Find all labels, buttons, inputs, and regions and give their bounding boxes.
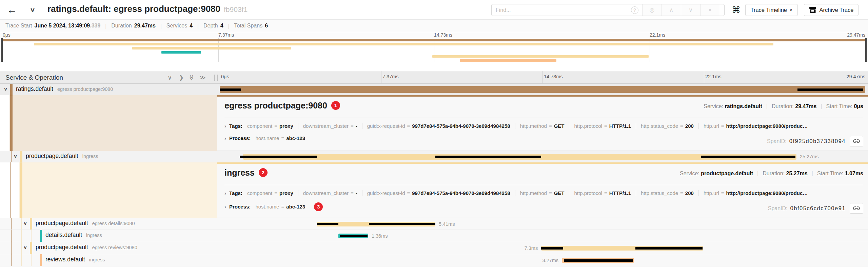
span-name-cell[interactable]: ∨productpage.defaultingress xyxy=(0,151,217,162)
tags-row[interactable]: ›Tags:component=proxydownstream_cluster=… xyxy=(224,123,812,129)
chevron-down-icon: ∨ xyxy=(789,8,793,12)
span-name-cell[interactable]: ∨productpage.defaultegress reviews:9080 xyxy=(0,242,217,254)
operation-name: egress details:9080 xyxy=(92,221,135,226)
expander-icon[interactable]: › xyxy=(224,204,226,210)
critical-path-segment xyxy=(797,88,863,91)
span-timeline-cell[interactable]: 25.27ms xyxy=(217,151,868,162)
indent-guide xyxy=(11,218,12,230)
operation-name: ingress xyxy=(82,154,98,159)
span-row-reviews.default-ingress[interactable]: reviews.defaultingress3.27ms xyxy=(0,254,868,266)
expand-all-icon[interactable]: ≫ xyxy=(199,74,206,81)
span-timeline-cell[interactable]: 1.36ms xyxy=(217,230,868,242)
tag-http.method: http.method=GET xyxy=(515,123,569,129)
indent-guide xyxy=(11,151,12,162)
trace-start-fraction: .339 xyxy=(90,23,100,29)
span-detail-title[interactable]: egress productpage:90801 xyxy=(224,101,340,111)
trace-start-label: Trace Start xyxy=(5,23,32,29)
minimap-canvas[interactable] xyxy=(0,38,868,62)
expander-icon[interactable]: › xyxy=(224,190,226,196)
timeline-tick: 7.37ms xyxy=(382,74,399,79)
find-help-icon[interactable]: ? xyxy=(627,4,642,16)
trace-summary-bar: Trace Start June 5 2024, 13:49:09 .339 |… xyxy=(0,20,868,32)
span-row-productpage.default-egress-reviews-9080[interactable]: ∨productpage.defaultegress reviews:90807… xyxy=(0,242,868,254)
span-bar[interactable] xyxy=(220,86,865,93)
trace-timeline-label: Trace Timeline xyxy=(750,7,787,13)
row-chevron-down-icon[interactable]: ∨ xyxy=(4,87,7,92)
tag-guid:x-request-id: guid:x-request-id=997d7e84-575a-94b4-907… xyxy=(362,190,515,196)
span-timeline-cell[interactable]: 3.27ms xyxy=(217,254,868,266)
divider: | xyxy=(197,23,199,29)
clear-search-icon[interactable]: × xyxy=(700,4,719,16)
process-row[interactable]: ›Process:host.name=abc-123 xyxy=(224,135,310,141)
services-label: Services xyxy=(166,23,187,29)
back-arrow-icon[interactable]: ← xyxy=(7,4,17,16)
span-row-ratings.default-egress-productpage-9080[interactable]: ∨ratings.defaultegress productpage:9080 xyxy=(0,84,868,95)
minimap-scrubber-right[interactable] xyxy=(865,38,867,62)
tag-http.protocol: http.protocol=HTTP/1.1 xyxy=(569,123,636,129)
deep-link-icon[interactable] xyxy=(850,203,863,214)
tags-row[interactable]: ›Tags:component=proxydownstream_cluster=… xyxy=(224,190,812,196)
archive-icon xyxy=(809,7,816,14)
annotation-badge-3: 3 xyxy=(314,202,323,211)
minimap-span-bar xyxy=(432,55,649,58)
prev-result-icon[interactable]: ∧ xyxy=(662,4,681,16)
focus-span-icon[interactable]: ◎ xyxy=(642,4,662,16)
trace-start-value: June 5 2024, 13:49:09 xyxy=(35,23,90,29)
next-result-icon[interactable]: ∨ xyxy=(681,4,700,16)
span-duration-label: 3.27ms xyxy=(542,258,559,263)
title-chevron-down-icon[interactable]: ∨ xyxy=(30,6,35,14)
duration-label: Duration xyxy=(111,23,132,29)
expand-one-icon[interactable]: ❯ xyxy=(179,74,184,81)
span-name-cell[interactable]: details.defaultingress xyxy=(0,230,217,242)
trace-timeline-view-select[interactable]: Trace Timeline∨ xyxy=(745,4,798,16)
span-duration-label: 5.41ms xyxy=(439,221,455,227)
tag-http.status_code: http.status_code=200 xyxy=(636,190,698,196)
critical-path-segment xyxy=(564,259,633,262)
expander-icon[interactable]: › xyxy=(224,135,226,141)
duration-value: 29.47ms xyxy=(134,23,156,29)
keyboard-shortcuts-icon[interactable]: ⌘ xyxy=(732,5,741,15)
expander-icon[interactable]: › xyxy=(224,123,226,129)
depth-label: Depth xyxy=(203,23,218,29)
span-row-productpage.default-ingress[interactable]: ∨productpage.defaultingress25.27ms xyxy=(0,151,868,162)
row-chevron-down-icon[interactable]: ∨ xyxy=(14,154,17,159)
detail-accent-line xyxy=(217,95,868,97)
service-name: details.defaultingress xyxy=(45,232,102,239)
timeline-tick: 22.1ms xyxy=(705,74,722,79)
span-row-productpage.default-egress-details-9080[interactable]: ∨productpage.defaultegress details:90805… xyxy=(0,218,868,230)
operation-name: ingress xyxy=(89,257,105,262)
tag-http.status_code: http.status_code=200 xyxy=(636,123,698,129)
span-timeline-cell[interactable] xyxy=(217,84,868,95)
collapse-all-icon[interactable]: ≫ xyxy=(188,75,195,81)
critical-path-segment xyxy=(701,156,795,158)
timeline-grid-header: Service & Operation ∨ ❯ ≫ ≫ 0μs7.37ms14.… xyxy=(0,71,868,84)
minimap-span-bar xyxy=(3,39,865,41)
span-name-cell[interactable]: ∨ratings.defaultegress productpage:9080 xyxy=(0,84,217,95)
collapse-one-icon[interactable]: ∨ xyxy=(167,74,172,81)
detail-body: egress productpage:90801 Service: rating… xyxy=(217,95,868,151)
indent-guide xyxy=(31,254,32,266)
column-resize-handle[interactable] xyxy=(214,75,218,81)
row-chevron-down-icon[interactable]: ∨ xyxy=(23,245,27,250)
deep-link-icon[interactable] xyxy=(850,136,863,146)
tag-component: component=proxy xyxy=(247,123,298,129)
tag-downstream_cluster: downstream_cluster=- xyxy=(298,190,362,196)
find-input[interactable] xyxy=(492,4,627,16)
row-chevron-down-icon[interactable]: ∨ xyxy=(23,221,27,226)
span-timeline-cell[interactable]: 5.41ms xyxy=(217,218,868,230)
total-spans-label: Total Spans xyxy=(234,23,263,29)
process-row[interactable]: ›Process:host.name=abc-1233 xyxy=(224,202,323,211)
span-timeline-cell[interactable]: 7.3ms xyxy=(217,242,868,254)
spanid-value: 0bf05c6cdc700e91 xyxy=(790,205,846,212)
span-row-details.default-ingress[interactable]: details.defaultingress1.36ms xyxy=(0,230,868,242)
span-name-cell[interactable]: reviews.defaultingress xyxy=(0,254,217,266)
service-color-accent xyxy=(20,151,22,162)
archive-trace-button[interactable]: Archive Trace xyxy=(804,4,859,16)
minimap-scrubber-left[interactable] xyxy=(1,38,3,62)
indent-guide xyxy=(21,254,22,266)
critical-path-segment xyxy=(240,156,317,158)
minimap-span-bar xyxy=(132,47,291,49)
span-detail-title[interactable]: ingress2 xyxy=(224,168,268,178)
span-duration-label: 25.27ms xyxy=(800,154,819,159)
span-name-cell[interactable]: ∨productpage.defaultegress details:9080 xyxy=(0,218,217,230)
